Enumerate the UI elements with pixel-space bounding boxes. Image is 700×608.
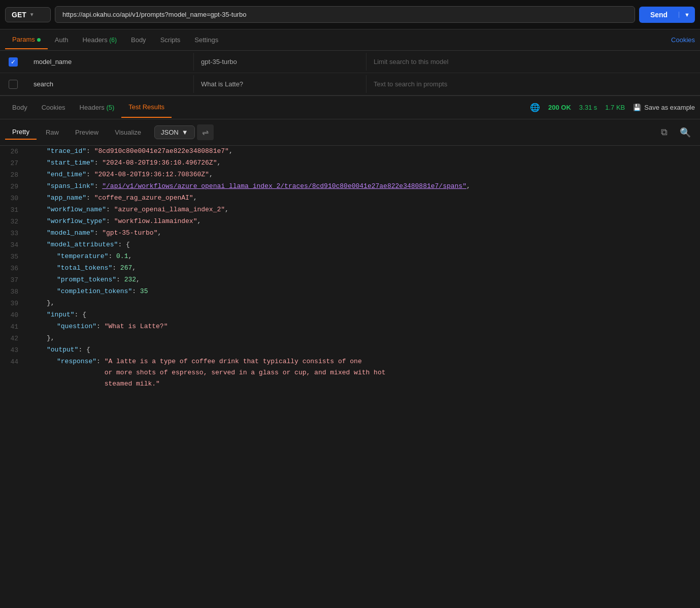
json-format-selector[interactable]: JSON ▼: [154, 125, 195, 139]
str-token: "azure_openai_llama_index_2": [114, 206, 225, 213]
line-number: 35: [0, 251, 26, 263]
param-key-0: model_name: [26, 53, 194, 71]
method-dropdown[interactable]: GET ▼: [5, 7, 51, 22]
line-content: "question": "What is Latte?": [26, 321, 700, 332]
line-content: "app_name": "coffee_rag_azure_openAI",: [26, 193, 700, 204]
tab-test-results[interactable]: Test Results: [121, 97, 172, 118]
line-content: },: [26, 333, 700, 344]
response-tabs: Body Cookies Headers (5) Test Results 🌐 …: [0, 96, 700, 119]
brace-token: ,: [466, 182, 471, 190]
send-dropdown-icon[interactable]: ▼: [679, 12, 695, 18]
fmt-tab-raw[interactable]: Raw: [39, 125, 66, 139]
brace-token: :: [86, 194, 94, 202]
globe-icon: 🌐: [530, 103, 540, 112]
line-number: 43: [0, 344, 26, 356]
param-checkbox-1[interactable]: [0, 80, 26, 89]
fmt-tab-visualize[interactable]: Visualize: [108, 125, 148, 139]
line-content: "trace_id": "8cd910c80e0041e27ae822e3480…: [26, 146, 700, 157]
tab-scripts[interactable]: Scripts: [153, 31, 188, 49]
brace-token: ,: [136, 276, 140, 283]
response-time: 3.31 s: [579, 104, 597, 111]
param-desc-1: Text to search in prompts: [366, 75, 700, 93]
params-dot: [37, 38, 41, 42]
line-number: 40: [0, 309, 26, 321]
status-badge: 200 OK: [548, 104, 571, 111]
brace-token: :: [106, 217, 114, 225]
json-line-28: 28"end_time": "2024-08-20T19:36:12.70836…: [0, 169, 700, 181]
headers-res-badge: (5): [106, 104, 114, 111]
json-line-39: 39},: [0, 298, 700, 309]
key-token: "response": [57, 358, 96, 365]
tab-body-res[interactable]: Body: [5, 98, 35, 117]
param-desc-0: Limit search to this model: [366, 53, 700, 71]
json-line-35: 35"temperature": 0.1,: [0, 251, 700, 263]
save-as-example-button[interactable]: 💾 Save as example: [633, 104, 695, 111]
line-content: "start_time": "2024-08-20T19:36:10.49672…: [26, 157, 700, 169]
fmt-tab-pretty[interactable]: Pretty: [5, 125, 37, 140]
json-line-43: 43"output": {: [0, 344, 700, 356]
json-line-31: 31"workflow_name": "azure_openai_llama_i…: [0, 204, 700, 216]
key-token: "end_time": [47, 171, 86, 178]
param-row-0: ✓ model_name gpt-35-turbo Limit search t…: [0, 51, 700, 73]
url-bar: GET ▼ Send ▼: [0, 0, 700, 29]
brace-token: ,: [217, 159, 221, 167]
json-line-30: 30"app_name": "coffee_rag_azure_openAI",: [0, 193, 700, 204]
line-content: "completion_tokens": 35: [26, 286, 700, 297]
url-input[interactable]: [55, 6, 635, 23]
str-token: "workflow.llamaindex": [114, 217, 197, 225]
filter-icon-button[interactable]: ⇌: [197, 124, 214, 140]
filter-icon: ⇌: [202, 128, 209, 137]
str-token: "8cd910c80e0041e27ae822e3480881e7": [94, 147, 229, 155]
param-checkbox-0[interactable]: ✓: [0, 57, 26, 67]
tab-cookies-res[interactable]: Cookies: [35, 98, 73, 117]
fmt-tab-preview[interactable]: Preview: [68, 125, 106, 139]
str-token: "A latte is a type of coffee drink that …: [57, 358, 386, 388]
json-line-41: 41"question": "What is Latte?": [0, 321, 700, 333]
params-table: ✓ model_name gpt-35-turbo Limit search t…: [0, 51, 700, 96]
copy-icon: ⧉: [661, 127, 668, 137]
key-token: "model_attributes": [47, 241, 118, 248]
brace-token: :: [94, 159, 103, 167]
line-number: 29: [0, 181, 26, 193]
brace-token: :: [86, 171, 94, 178]
line-content: "response": "A latte is a type of coffee…: [26, 356, 700, 390]
tab-auth[interactable]: Auth: [48, 31, 76, 49]
cookies-link[interactable]: Cookies: [671, 36, 695, 44]
checkbox-search[interactable]: [9, 80, 18, 89]
brace-token: :: [94, 182, 103, 190]
brace-token: :: [96, 323, 105, 330]
brace-token: ,: [157, 229, 161, 237]
json-line-37: 37"prompt_tokens": 232,: [0, 274, 700, 286]
send-button[interactable]: Send ▼: [639, 7, 695, 23]
num-token: 0.1: [116, 252, 128, 260]
json-line-40: 40"input": {: [0, 309, 700, 321]
brace-token: : {: [78, 346, 90, 354]
tab-params[interactable]: Params: [5, 30, 48, 49]
line-content: "workflow_name": "azure_openai_llama_ind…: [26, 204, 700, 215]
tab-headers-res[interactable]: Headers (5): [73, 98, 122, 117]
headers-badge: (6): [109, 37, 117, 44]
line-number: 30: [0, 193, 26, 204]
tab-body-req[interactable]: Body: [124, 31, 153, 49]
checkbox-model-name[interactable]: ✓: [9, 57, 18, 67]
brace-token: ,: [193, 194, 197, 202]
key-token: "total_tokens": [57, 264, 112, 272]
status-area: 🌐 200 OK 3.31 s 1.7 KB 💾 Save as example: [530, 103, 695, 112]
str-token: "2024-08-20T19:36:10.496726Z": [102, 159, 217, 167]
line-number: 38: [0, 286, 26, 298]
brace-token: : {: [118, 241, 129, 248]
json-body: 26"trace_id": "8cd910c80e0041e27ae822e34…: [0, 146, 700, 390]
tab-headers-req[interactable]: Headers (6): [76, 31, 124, 49]
brace-token: :: [116, 276, 124, 283]
key-token: "model_name": [47, 229, 94, 237]
brace-token: :: [94, 229, 103, 237]
tab-settings[interactable]: Settings: [187, 31, 225, 49]
num-token: 267: [120, 264, 132, 272]
key-token: "prompt_tokens": [57, 276, 116, 283]
key-token: "completion_tokens": [57, 287, 132, 295]
search-button[interactable]: 🔍: [676, 125, 695, 140]
str-token: "2024-08-20T19:36:12.708360Z": [94, 171, 209, 178]
json-line-36: 36"total_tokens": 267,: [0, 263, 700, 274]
line-number: 37: [0, 274, 26, 286]
copy-button[interactable]: ⧉: [657, 125, 672, 140]
